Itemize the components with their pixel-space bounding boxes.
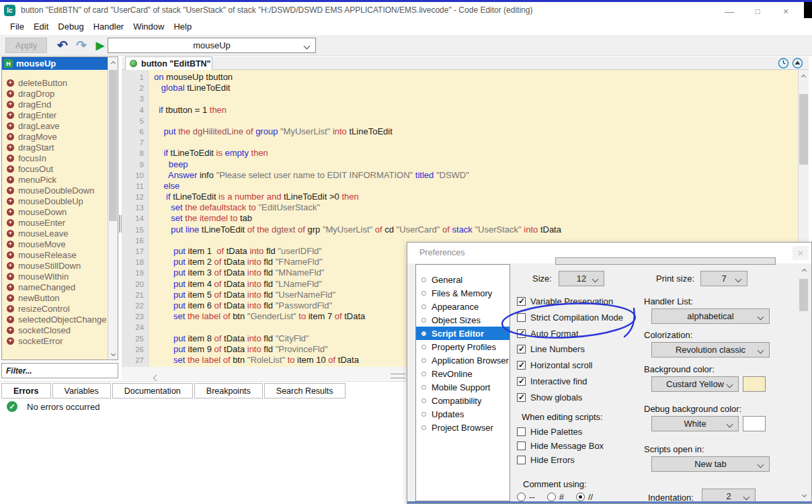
handler-list-item[interactable]: +mouseLeave <box>2 228 107 239</box>
handler-list-item[interactable]: +socketError <box>2 335 107 346</box>
checkbox-icon[interactable] <box>517 456 526 464</box>
handler-dropdown[interactable]: mouseUp <box>108 38 316 53</box>
menu-file[interactable]: File <box>5 22 29 32</box>
code-line[interactable]: 1on mouseUp tbutton <box>122 72 797 83</box>
handler-list-dropdown[interactable]: alphabetical <box>651 308 770 324</box>
code-line[interactable]: 13 set the defaultstack to "EditUserStac… <box>122 202 797 213</box>
code-line[interactable]: 5 <box>122 116 797 126</box>
handler-list-item[interactable]: +dragEnd <box>2 99 107 110</box>
collapse-panel-icon[interactable] <box>792 57 803 69</box>
menu-help[interactable]: Help <box>169 22 196 32</box>
handler-list-item[interactable]: +mouseStillDown <box>2 260 107 271</box>
menu-edit[interactable]: Edit <box>29 22 53 32</box>
checkbox-icon[interactable] <box>517 313 526 322</box>
checkbox-hide-message-box[interactable]: Hide Message Box <box>517 441 604 451</box>
bottom-tab-breakpoints[interactable]: Breakpoints <box>194 383 263 398</box>
prefs-nav-compatibility[interactable]: Compatibility <box>416 394 510 407</box>
redo-icon[interactable]: ↷ <box>73 36 90 55</box>
code-line[interactable]: 14 set the itemdel to tab <box>122 213 797 224</box>
handler-list-item[interactable]: +mouseWithin <box>2 271 107 282</box>
handler-list-item[interactable]: +mouseMove <box>2 239 107 249</box>
bottom-splitter-handle[interactable] <box>391 374 405 378</box>
checkbox-variable-preservation[interactable]: Variable Preservation <box>517 296 613 306</box>
code-line[interactable]: 6 put the dgHilitedLine of group "MyUser… <box>122 126 797 137</box>
handler-list-item[interactable]: +mouseDoubleUp <box>2 196 107 206</box>
handler-list-item[interactable]: +mouseEnter <box>2 217 107 228</box>
code-line[interactable]: 7 <box>122 137 797 148</box>
comment-radio-slashes[interactable]: // <box>576 492 593 502</box>
scroll-down-icon[interactable] <box>799 489 809 500</box>
scripts-open-in-dropdown[interactable]: New tab <box>651 456 770 472</box>
tab-button-editbtn[interactable]: button "EditBTN" <box>125 56 212 70</box>
code-line[interactable]: 8 if tLineToEdit is empty then <box>122 148 797 159</box>
code-line[interactable]: 11 else <box>122 181 797 192</box>
code-line[interactable]: 15 put line tLineToEdit of the dgtext of… <box>122 224 797 235</box>
comment-radio-dashes[interactable]: -- <box>517 492 535 502</box>
prefs-nav-revonline[interactable]: RevOnline <box>416 367 510 380</box>
debug-background-color-dropdown[interactable]: White <box>651 416 739 431</box>
scrollbar-thumb[interactable] <box>799 94 808 165</box>
handler-list-item[interactable]: +resizeControl <box>2 303 107 314</box>
handler-list-item[interactable]: +dragStart <box>2 142 107 153</box>
selected-handler-row[interactable]: H mouseUp <box>2 57 108 70</box>
handler-list-item[interactable]: +focusIn <box>2 153 107 163</box>
prefs-nav-appearance[interactable]: Appearance <box>416 300 510 313</box>
code-line[interactable]: 3 <box>122 93 797 104</box>
scrollbar-thumb[interactable] <box>799 279 808 311</box>
code-line[interactable]: 12 if tLineToEdit is a number and tLineT… <box>122 192 797 202</box>
code-line[interactable]: 4 if tbutton = 1 then <box>122 105 797 116</box>
minimize-button[interactable]: — <box>715 4 743 18</box>
apply-button[interactable]: Apply <box>5 38 47 53</box>
prefs-nav-mobile-support[interactable]: Mobile Support <box>416 380 510 394</box>
close-button[interactable]: × <box>772 4 800 18</box>
prefs-nav-property-profiles[interactable]: Property Profiles <box>416 340 510 353</box>
handler-list-scrollbar[interactable] <box>108 57 118 360</box>
checkbox-hide-errors[interactable]: Hide Errors <box>517 455 575 465</box>
code-line[interactable]: 2 global tLineToEdit <box>122 83 797 93</box>
handler-list-item[interactable]: +deleteButton <box>2 77 107 88</box>
colorization-dropdown[interactable]: Revolution classic <box>651 342 770 358</box>
scrollbar-thumb[interactable] <box>109 70 117 221</box>
handler-list-item[interactable]: +nameChanged <box>2 282 107 292</box>
prefs-nav-object-sizes[interactable]: Object Sizes <box>416 313 510 327</box>
menu-debug[interactable]: Debug <box>53 22 88 32</box>
handler-list-item[interactable]: +dragMove <box>2 131 107 142</box>
checkbox-interactive-find[interactable]: Interactive find <box>517 376 587 386</box>
preferences-scrollbar[interactable] <box>799 265 809 500</box>
run-icon[interactable]: ▶ <box>91 36 109 55</box>
radio-icon[interactable] <box>517 493 526 501</box>
checkbox-auto-format[interactable]: Auto Format <box>517 329 579 339</box>
checkbox-icon[interactable] <box>517 345 526 353</box>
checkbox-icon[interactable] <box>517 377 526 386</box>
checkbox-icon[interactable] <box>517 427 526 436</box>
handler-list-item[interactable]: +focusOut <box>2 163 107 174</box>
history-clock-icon[interactable] <box>778 57 789 69</box>
handler-list-item[interactable]: +dragLeave <box>2 120 107 131</box>
prefs-nav-updates[interactable]: Updates <box>416 407 510 421</box>
prefs-nav-files-memory[interactable]: Files & Memory <box>416 286 510 300</box>
checkbox-show-globals[interactable]: Show globals <box>517 392 582 403</box>
size-dropdown[interactable]: 12 <box>559 271 604 286</box>
prefs-nav-project-browser[interactable]: Project Browser <box>416 421 510 434</box>
scroll-up-icon[interactable] <box>799 265 809 276</box>
checkbox-icon[interactable] <box>517 329 526 338</box>
radio-icon[interactable] <box>576 493 585 501</box>
checkbox-line-numbers[interactable]: Line Numbers <box>517 344 585 354</box>
handler-list-item[interactable]: +dragEnter <box>2 110 107 120</box>
background-color-dropdown[interactable]: Custard Yellow <box>651 376 739 392</box>
handler-list-item[interactable]: +mouseRelease <box>2 249 107 260</box>
prefs-nav-application-browser[interactable]: Application Browser <box>416 353 510 367</box>
handler-list-item[interactable]: +dragDrop <box>2 88 107 99</box>
comment-radio-hash[interactable]: # <box>547 492 564 502</box>
code-line[interactable]: 10 Answer info "Please select user name … <box>122 170 797 181</box>
scroll-down-icon[interactable] <box>108 348 118 359</box>
font-dropdown-partial[interactable] <box>555 257 776 265</box>
bottom-tab-variables[interactable]: Variables <box>52 383 111 398</box>
handler-list-item[interactable]: +newButton <box>2 292 107 303</box>
bottom-tab-errors[interactable]: Errors <box>1 383 51 398</box>
radio-icon[interactable] <box>547 493 556 501</box>
prefs-nav-general[interactable]: General <box>416 273 510 286</box>
maximize-button[interactable]: □ <box>743 4 772 18</box>
preferences-close-icon[interactable]: ✕ <box>793 246 809 260</box>
handler-list-item[interactable]: +mouseDown <box>2 206 107 217</box>
